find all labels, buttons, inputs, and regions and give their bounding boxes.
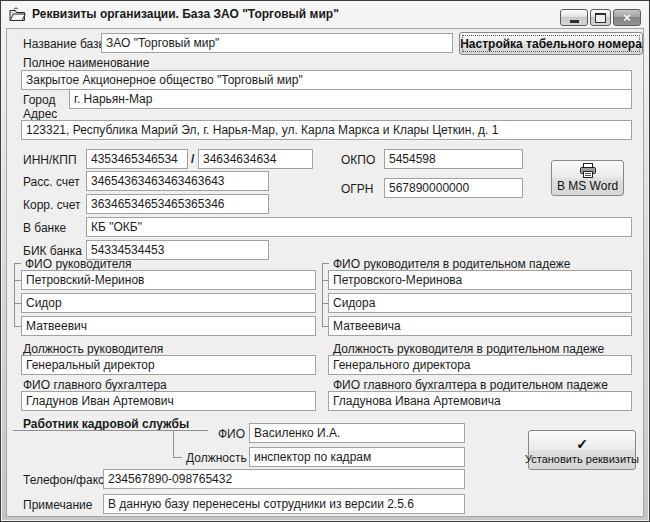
head-position-input[interactable] xyxy=(21,355,316,375)
bracket-line xyxy=(14,263,15,327)
maximize-button[interactable] xyxy=(590,9,611,26)
city-label: Город xyxy=(23,93,55,107)
bik-label: БИК банка xyxy=(23,244,82,258)
minimize-button[interactable] xyxy=(560,9,588,26)
hr-position-input[interactable] xyxy=(249,447,465,467)
bracket-line xyxy=(14,303,21,304)
bracket-line xyxy=(173,457,182,458)
phone-label: Телефон/факс xyxy=(23,473,104,487)
ogrn-input[interactable] xyxy=(384,178,523,198)
bracket-line xyxy=(13,430,208,431)
settlement-account-input[interactable] xyxy=(86,171,269,191)
head-fio-gen-name-input[interactable] xyxy=(328,293,632,313)
bracket-line xyxy=(14,326,21,327)
hr-section-title: Работник кадровой службы xyxy=(23,417,189,431)
head-position-gen-input[interactable] xyxy=(328,355,632,375)
hr-position-label: Должность xyxy=(186,451,247,465)
inn-input[interactable] xyxy=(86,149,188,169)
tab-number-setup-label: Настройка табельного номера xyxy=(460,37,642,51)
address-input[interactable] xyxy=(21,120,632,140)
ms-word-label: В MS Word xyxy=(557,179,618,193)
base-name-label: Название базы xyxy=(23,37,107,51)
corr-account-input[interactable] xyxy=(86,194,269,214)
head-fio-name-input[interactable] xyxy=(21,293,316,313)
note-input[interactable] xyxy=(103,494,465,514)
okpo-label: ОКПО xyxy=(341,153,375,167)
head-fio-patronymic-input[interactable] xyxy=(21,316,316,336)
head-fio-group-label: ФИО руководителя xyxy=(25,257,132,271)
check-icon: ✓ xyxy=(576,436,588,452)
set-details-label: Установить реквизиты xyxy=(525,453,639,465)
note-label: Примечание xyxy=(23,498,92,512)
open-folder-icon xyxy=(9,7,26,22)
bracket-line xyxy=(14,280,21,281)
head-fio-gen-patronymic-input[interactable] xyxy=(328,316,632,336)
ogrn-label: ОГРН xyxy=(341,182,374,196)
minimize-icon xyxy=(570,20,579,23)
kpp-input[interactable] xyxy=(198,149,313,169)
bank-label: В банке xyxy=(23,221,66,235)
accountant-fio-label: ФИО главного бухгалтера xyxy=(23,378,167,392)
head-position-label: Должность руководителя xyxy=(23,342,163,356)
bracket-line xyxy=(322,263,329,264)
corr-account-label: Корр. счет xyxy=(23,198,81,212)
city-input[interactable] xyxy=(69,89,632,109)
tab-number-setup-button[interactable]: Настройка табельного номера xyxy=(459,32,643,55)
accountant-fio-gen-input[interactable] xyxy=(328,391,632,411)
window-title: Реквизиты организации. База ЗАО "Торговы… xyxy=(32,7,339,21)
full-name-label: Полное наименование xyxy=(23,56,150,70)
inn-kpp-separator: / xyxy=(191,152,194,166)
bracket-line xyxy=(14,263,21,264)
accountant-fio-gen-label: ФИО главного бухгалтера в родительном па… xyxy=(333,378,608,392)
inn-kpp-label: ИНН/КПП xyxy=(23,153,77,167)
hr-fio-input[interactable] xyxy=(249,423,465,443)
full-name-input[interactable] xyxy=(21,70,632,90)
head-fio-surname-input[interactable] xyxy=(21,270,316,290)
accountant-fio-input[interactable] xyxy=(21,391,316,411)
settlement-account-label: Расс. счет xyxy=(23,175,80,189)
close-icon: × xyxy=(623,11,631,24)
close-button[interactable]: × xyxy=(613,9,641,26)
maximize-icon xyxy=(595,13,606,23)
ms-word-button[interactable]: В MS Word xyxy=(551,160,624,196)
address-label: Адрес xyxy=(23,107,57,121)
printer-icon xyxy=(578,163,598,178)
base-name-input[interactable] xyxy=(101,33,453,53)
head-fio-gen-group-label: ФИО руководителя в родительном падеже xyxy=(333,257,571,271)
set-details-button[interactable]: ✓ Установить реквизиты xyxy=(528,430,636,470)
bracket-line xyxy=(322,263,323,327)
bracket-line xyxy=(173,430,174,457)
hr-fio-label: ФИО xyxy=(218,427,245,441)
head-position-gen-label: Должность руководителя в родительном пад… xyxy=(333,342,604,356)
head-fio-gen-surname-input[interactable] xyxy=(328,270,632,290)
organization-details-window: Реквизиты организации. База ЗАО "Торговы… xyxy=(0,0,650,522)
bank-input[interactable] xyxy=(86,217,632,237)
okpo-input[interactable] xyxy=(384,149,523,169)
title-bar[interactable]: Реквизиты организации. База ЗАО "Торговы… xyxy=(1,1,649,27)
phone-input[interactable] xyxy=(103,469,465,489)
